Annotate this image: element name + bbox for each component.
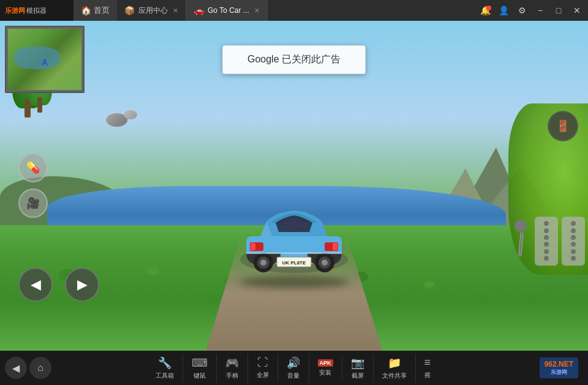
- close-button[interactable]: ✕: [568, 3, 586, 18]
- maximize-button[interactable]: □: [550, 3, 567, 18]
- bottle-button[interactable]: 💊: [18, 153, 48, 182]
- car-svg: UK PL8TE: [233, 198, 355, 278]
- user-button[interactable]: 👤: [495, 3, 512, 18]
- pedal-dot: [544, 256, 549, 261]
- tab-app-center[interactable]: 📦 应用中心 ✕: [117, 0, 186, 21]
- gamepad-label: 手柄: [226, 372, 238, 380]
- user-icon: 👤: [499, 6, 509, 15]
- brand-text: 乐游网: [551, 369, 567, 376]
- right-controls: 🚪: [508, 103, 588, 275]
- install-label: 安装: [319, 368, 331, 377]
- app-center-icon: 📦: [124, 6, 135, 15]
- close-icon: ✕: [573, 6, 581, 15]
- svg-point-12: [322, 260, 328, 266]
- install-button[interactable]: APK 安装: [309, 357, 342, 379]
- toolbox-button[interactable]: 🔧 工具箱: [147, 354, 183, 383]
- grass2: [147, 267, 159, 275]
- minimap-inner: A: [6, 27, 83, 92]
- toolbar-home-button[interactable]: ⌂: [29, 357, 51, 379]
- home-tab[interactable]: 🏠 首页: [74, 0, 117, 21]
- volume-icon: 🔊: [287, 356, 300, 370]
- gas-pedal[interactable]: [562, 217, 585, 266]
- tab-game-label: Go To Car ...: [208, 6, 249, 15]
- file-share-button[interactable]: 📁 文件共享: [374, 354, 416, 383]
- bottle-icon: 💊: [26, 161, 40, 174]
- minimap-player-marker: A: [42, 58, 48, 67]
- maximize-icon: □: [556, 6, 561, 15]
- gamepad-icon: 🎮: [225, 356, 239, 370]
- camera-button[interactable]: 🎥: [18, 189, 48, 218]
- toolbar-home-icon: ⌂: [37, 362, 43, 373]
- rock2: [124, 110, 137, 119]
- file-share-icon: 📁: [388, 356, 401, 370]
- fullscreen-label: 全屏: [257, 371, 269, 379]
- pedal-dot: [571, 242, 576, 247]
- pedal-dot: [544, 221, 549, 226]
- ad-text: Google 已关闭此广告: [247, 54, 341, 64]
- keyboard-button[interactable]: ⌨ 键鼠: [183, 354, 217, 383]
- grass4: [423, 281, 434, 288]
- turn-right-button[interactable]: ▶: [65, 267, 99, 302]
- toolbox-label: 工具箱: [156, 372, 174, 380]
- game-tab-icon: 🚗: [194, 6, 204, 15]
- back-button[interactable]: ◀: [5, 357, 27, 379]
- tree1-trunk: [24, 99, 31, 118]
- arrow-controls: ◀ ▶: [18, 267, 99, 302]
- minimize-button[interactable]: −: [532, 3, 549, 18]
- screenshot-icon: 📷: [351, 356, 364, 370]
- svg-point-9: [260, 260, 266, 266]
- left-controls: 💊 🎥: [18, 153, 48, 218]
- pedals-container: [535, 217, 585, 266]
- fullscreen-icon: ⛶: [257, 356, 268, 369]
- camera-icon: 🎥: [26, 196, 40, 210]
- more-label: 摇: [424, 371, 431, 379]
- svg-rect-15: [246, 252, 342, 254]
- pedal-dot: [571, 235, 576, 240]
- car-door-icon: 🚪: [556, 119, 570, 133]
- toolbar-center: 🔧 工具箱 ⌨ 键鼠 🎮 手柄 ⛶ 全屏 🔊 音量 APK 安装 📷 截屏 📁: [51, 354, 535, 383]
- brake-pedal[interactable]: [535, 217, 558, 266]
- logo-area: 乐游网 模拟器: [0, 0, 74, 21]
- more-icon: ≡: [424, 356, 431, 369]
- toolbar-left: ◀ ⌂: [5, 357, 51, 379]
- tabs-area: 📦 应用中心 ✕ 🚗 Go To Car ... ✕: [117, 0, 474, 21]
- svg-rect-4: [251, 243, 255, 250]
- titlebar: 乐游网 模拟器 🏠 首页 📦 应用中心 ✕ 🚗 Go To Car ... ✕ …: [0, 0, 588, 21]
- tab-game[interactable]: 🚗 Go To Car ... ✕: [186, 0, 268, 21]
- game-area[interactable]: A Google 已关闭此广告: [0, 21, 588, 351]
- apk-badge: APK: [318, 359, 333, 367]
- pedal-dot: [544, 242, 549, 247]
- fullscreen-button[interactable]: ⛶ 全屏: [248, 354, 278, 382]
- brand-badge: 962.NET 乐游网: [540, 357, 578, 378]
- file-share-label: 文件共享: [382, 372, 407, 380]
- pedal-dot: [571, 256, 576, 261]
- car-door-button[interactable]: 🚪: [548, 111, 578, 141]
- car: UK PL8TE: [233, 198, 355, 278]
- notification-button[interactable]: 🔔: [477, 3, 494, 18]
- keyboard-icon: ⌨: [192, 356, 208, 370]
- pedal-dot: [571, 228, 576, 233]
- volume-button[interactable]: 🔊 音量: [278, 354, 309, 383]
- turn-left-button[interactable]: ◀: [18, 267, 53, 302]
- tab-game-close[interactable]: ✕: [254, 7, 260, 15]
- svg-rect-6: [333, 243, 337, 250]
- screenshot-button[interactable]: 📷 截屏: [342, 354, 374, 383]
- tree2-trunk: [37, 97, 42, 113]
- tab-app-center-close[interactable]: ✕: [173, 7, 178, 15]
- pedal-dot: [544, 228, 549, 233]
- gear-stick-area: [514, 220, 527, 256]
- arrow-left-icon: ◀: [31, 277, 41, 293]
- minimap-water: [14, 47, 61, 69]
- home-icon: 🏠: [81, 6, 91, 15]
- logo-subtext: 模拟器: [26, 6, 47, 15]
- volume-label: 音量: [287, 372, 300, 380]
- notification-dot: [486, 6, 491, 10]
- gear-shaft: [518, 232, 523, 256]
- settings-icon: ⚙: [518, 6, 526, 15]
- gamepad-button[interactable]: 🎮 手柄: [217, 354, 248, 383]
- settings-button[interactable]: ⚙: [513, 3, 530, 18]
- more-button[interactable]: ≡ 摇: [416, 354, 440, 382]
- logo-text: 乐游网: [5, 6, 25, 15]
- toolbar: ◀ ⌂ 🔧 工具箱 ⌨ 键鼠 🎮 手柄 ⛶ 全屏 🔊 音量 APK 安装: [0, 351, 588, 385]
- brand-962: 962.NET: [545, 360, 573, 368]
